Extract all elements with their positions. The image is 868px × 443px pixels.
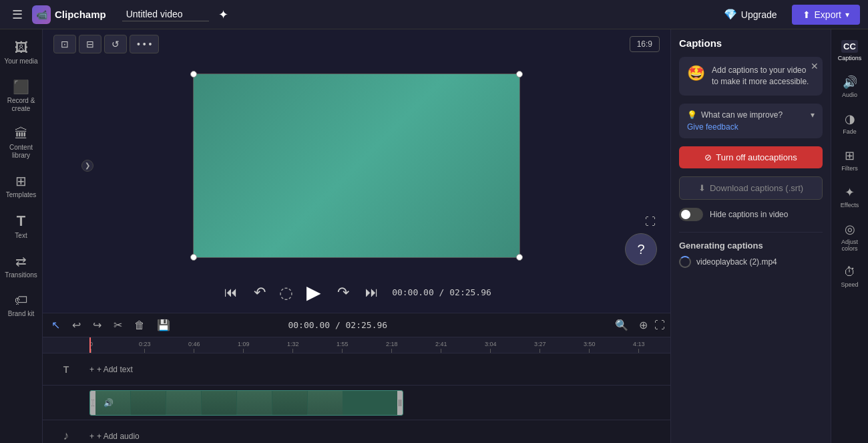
undo-button[interactable]: ↩ (69, 317, 84, 333)
sidebar-collapse-button[interactable]: ❯ (81, 160, 93, 172)
video-track-row: ⏸ || 🔊 | (43, 386, 670, 420)
rotate-tool-button[interactable]: ↺ (104, 35, 127, 53)
export-button[interactable]: ⬆ Export ▾ (792, 5, 860, 25)
cut-tool-button[interactable]: ✂ (110, 317, 126, 333)
sidebar-item-brand-kit[interactable]: 🏷 Brand kit (0, 287, 42, 323)
add-text-button[interactable]: + + Add text (89, 365, 133, 374)
sidebar-item-templates[interactable]: ⊞ Templates (0, 168, 42, 204)
help-button[interactable]: ? (625, 233, 657, 265)
topbar-right: 💎 Upgrade ⬆ Export ▾ (716, 4, 860, 25)
clip-pause-icon[interactable]: ⏸ (89, 398, 97, 408)
timeline-total-time: 02:25.96 (346, 320, 388, 330)
give-feedback-link[interactable]: Give feedback (687, 122, 815, 132)
aspect-ratio-badge: 16:9 (630, 36, 660, 52)
resize-handle-bl[interactable] (190, 254, 197, 261)
hide-captions-label: Hide captions in video (710, 210, 788, 219)
video-clip[interactable]: ⏸ || 🔊 | (89, 390, 403, 416)
caption-promo-text: Add captions to your video to make it mo… (712, 65, 815, 88)
tab-fade[interactable]: ◑ Fade (831, 106, 868, 140)
cursor-tool-button[interactable]: ↖ (48, 317, 63, 333)
crop-tool-button[interactable]: ⊡ (53, 35, 76, 53)
video-canvas[interactable] (193, 73, 520, 258)
feedback-chevron-icon[interactable]: ▾ (811, 110, 815, 120)
expand-timeline-button[interactable]: ⛶ (654, 319, 665, 331)
clip-thumbnail (202, 391, 236, 415)
delete-button[interactable]: 🗑 (131, 318, 148, 333)
turn-off-autocaptions-button[interactable]: ⊘ Turn off autocaptions (679, 146, 823, 168)
zoom-out-button[interactable]: 🔍 (611, 317, 632, 333)
tab-audio[interactable]: 🔊 Audio (831, 69, 868, 104)
resize-handle-tr[interactable] (516, 71, 523, 78)
feedback-label: What can we improve? (701, 110, 783, 120)
magic-icon[interactable]: ✦ (218, 7, 228, 22)
tab-filters[interactable]: ⊞ Filters (831, 143, 868, 177)
tab-speed[interactable]: ⏱ Speed (831, 260, 868, 293)
ruler-mark-line (243, 349, 244, 353)
play-button[interactable]: ▶ (304, 279, 324, 306)
turn-off-label: Turn off autocaptions (716, 152, 797, 162)
expand-preview-button[interactable]: ⛶ (645, 216, 656, 228)
right-panel: Captions 🤩 Add captions to your video to… (670, 29, 831, 443)
skip-back-button[interactable]: ⏮ (222, 282, 240, 303)
right-icon-tabs: CC Captions 🔊 Audio ◑ Fade ⊞ Filters ✦ E… (831, 29, 868, 443)
center-content: ⊡ ⊟ ↺ • • • 16:9 ? ⛶ ❯ ⏮ ↶ ◌ ▶ (43, 29, 670, 443)
forward-button[interactable]: ↷ (335, 281, 352, 304)
ruler-mark-label: 2:41 (435, 341, 447, 347)
topbar-left: ☰ 📹 Clipchamp ✦ (8, 5, 228, 25)
layout-tool-button[interactable]: ⊟ (79, 35, 101, 53)
caption-promo-card: 🤩 Add captions to your video to make it … (679, 57, 823, 96)
left-sidebar: 🖼 Your media ⬛ Record &create 🏛 Contentl… (0, 29, 43, 443)
add-audio-plus-icon: + (89, 432, 94, 441)
adjust-colors-tab-label: Adjustcolors (841, 239, 858, 252)
caption-promo-close-button[interactable]: ✕ (811, 61, 819, 71)
captions-header: Captions (679, 37, 823, 49)
skip-forward-button[interactable]: ⏭ (363, 282, 381, 303)
export-arrow-icon: ⬆ (803, 9, 811, 20)
clip-thumbnail (237, 391, 272, 415)
logo-area[interactable]: 📹 Clipchamp (32, 5, 106, 24)
resize-handle-br[interactable] (516, 254, 523, 261)
ruler-mark-line (194, 349, 194, 353)
sidebar-item-text[interactable]: T Text (0, 207, 42, 245)
clip-handle-right[interactable]: || (397, 391, 403, 415)
resize-handle-tl[interactable] (190, 71, 197, 78)
loading-spinner: ◌ (279, 283, 293, 302)
ruler-mark-line (292, 349, 293, 353)
main-area: 🖼 Your media ⬛ Record &create 🏛 Contentl… (0, 29, 868, 443)
menu-button[interactable]: ☰ (8, 5, 27, 25)
ruler-mark-label: 1:55 (337, 341, 349, 347)
redo-button[interactable]: ↪ (89, 317, 105, 333)
ruler-mark-label: 2:18 (386, 341, 398, 347)
ruler-mark-label: 3:04 (485, 341, 497, 347)
sidebar-label-your-media: Your media (4, 57, 37, 65)
clip-mute-icon[interactable]: 🔊 (103, 398, 114, 408)
download-captions-button[interactable]: ⬇ Download captions (.srt) (679, 176, 823, 200)
tab-effects[interactable]: ✦ Effects (831, 180, 868, 214)
more-tools-button[interactable]: • • • (130, 35, 159, 53)
playhead (89, 337, 91, 353)
playback-controls: ⏮ ↶ ◌ ▶ ↷ ⏭ 00:00.00 / 02:25.96 (43, 272, 670, 313)
tab-captions[interactable]: CC Captions (831, 35, 868, 67)
sidebar-item-your-media[interactable]: 🖼 Your media (0, 35, 42, 71)
video-title-input[interactable] (122, 7, 209, 21)
sidebar-item-transitions[interactable]: ⇄ Transitions (0, 248, 42, 285)
timeline-toolbar: ↖ ↩ ↪ ✂ 🗑 💾 00:00.00 / 02:25.96 🔍 ⊕ ⛶ (43, 313, 670, 337)
generating-title: Generating captions (679, 241, 823, 251)
sidebar-item-content-library[interactable]: 🏛 Contentlibrary (0, 121, 42, 165)
effects-tab-label: Effects (841, 202, 859, 208)
add-audio-button[interactable]: + + Add audio (89, 432, 140, 441)
save-button[interactable]: 💾 (154, 317, 174, 333)
hide-captions-toggle[interactable] (679, 208, 703, 221)
upgrade-label: Upgrade (741, 9, 777, 20)
download-label: Download captions (.srt) (710, 183, 803, 193)
ruler-mark-label: 1:32 (287, 341, 299, 347)
export-chevron-icon: ▾ (845, 10, 849, 19)
sidebar-item-record-create[interactable]: ⬛ Record &create (0, 73, 42, 118)
zoom-in-button[interactable]: ⊕ (635, 317, 652, 333)
templates-icon: ⊞ (15, 173, 27, 189)
rewind-button[interactable]: ↶ (251, 281, 268, 304)
time-position: 00:00.00 / 02:25.96 (392, 287, 491, 297)
upgrade-button[interactable]: 💎 Upgrade (716, 4, 785, 25)
upgrade-icon: 💎 (724, 8, 737, 21)
tab-adjust-colors[interactable]: ◎ Adjustcolors (831, 216, 868, 257)
